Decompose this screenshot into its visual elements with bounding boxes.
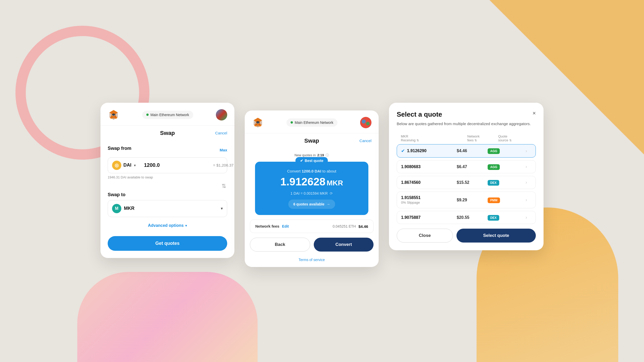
select-quote-description: Below are quotes gathered from multiple … bbox=[397, 121, 536, 127]
quote-amount-cell: ✔ 1.9126290 bbox=[401, 148, 457, 154]
card2-title-row: Swap Cancel bbox=[245, 133, 379, 148]
quote-amount-cell: 1.9158551 0% Slippage bbox=[401, 195, 457, 204]
to-chevron-icon: ▾ bbox=[221, 206, 223, 211]
svg-point-17 bbox=[113, 115, 113, 116]
selected-check-icon: ✔ bbox=[401, 148, 405, 154]
quote-source-cell: AGG bbox=[488, 149, 521, 153]
card2-header: Main Ethereum Network bbox=[245, 110, 379, 133]
quotes-available-label: 6 quotes available bbox=[293, 202, 325, 206]
max-button[interactable]: Max bbox=[220, 148, 227, 152]
quote-fee-value: $15.52 bbox=[457, 180, 488, 185]
exchange-rate-row: 1 DAI = 0.001594 MKR ⟳ bbox=[261, 191, 362, 195]
edit-fees-button[interactable]: Edit bbox=[282, 224, 289, 228]
advanced-options-chevron-icon: ▾ bbox=[185, 223, 187, 228]
quote-fee-value: $9.29 bbox=[457, 198, 488, 202]
quote-source-badge: DEX bbox=[488, 180, 499, 186]
token-from-selector[interactable]: ◎ DAI ▾ bbox=[112, 161, 136, 170]
convert-prefix: Convert bbox=[287, 169, 302, 173]
select-quote-actions: Close Select quote bbox=[397, 229, 536, 243]
quote-source-badge: AGG bbox=[488, 148, 500, 154]
refresh-rate-icon[interactable]: ⟳ bbox=[330, 191, 333, 195]
quote-source-badge: AGG bbox=[488, 164, 500, 170]
terms-of-service-link[interactable]: Terms of service bbox=[245, 258, 379, 262]
sort-fees-icon[interactable]: ⇅ bbox=[474, 139, 477, 142]
best-quote-label: Best quote bbox=[305, 159, 323, 163]
convert-button[interactable]: Convert bbox=[314, 238, 374, 252]
amount-input[interactable] bbox=[144, 162, 210, 168]
card2-actions: Back Convert bbox=[250, 238, 374, 252]
swap-from-row: Swap from Max bbox=[108, 146, 227, 154]
token-from-name: DAI bbox=[123, 162, 131, 168]
quote-row[interactable]: 1.9075887 $20.55 DEX › bbox=[397, 211, 536, 224]
close-button[interactable]: Close bbox=[397, 229, 453, 243]
quote-amount-value: 1.8674560 bbox=[401, 180, 421, 185]
svg-point-39 bbox=[362, 119, 366, 124]
quote-amount-value: 1.9158551 bbox=[401, 195, 421, 200]
select-quote-button[interactable]: Select quote bbox=[456, 229, 536, 243]
cancel-button-2[interactable]: Cancel bbox=[359, 139, 371, 143]
back-button[interactable]: Back bbox=[250, 238, 310, 252]
quote-row[interactable]: 1.9158551 0% Slippage $9.29 PMM › bbox=[397, 192, 536, 208]
quote-amount-value: 1.9075887 bbox=[401, 215, 421, 220]
fees-eth-amount: 0.045251 ETH bbox=[333, 224, 356, 228]
quote-source-cell: DEX bbox=[488, 180, 521, 185]
quote-fee-value: $20.55 bbox=[457, 215, 488, 220]
swap-to-label: Swap to bbox=[108, 192, 227, 197]
quote-source-cell: PMM bbox=[488, 198, 521, 202]
available-balance: 1946.31 DAI available to swap bbox=[108, 175, 227, 179]
quote-amount-value: 1.9126290 bbox=[407, 149, 427, 153]
quotes-timer: 2:19 bbox=[317, 153, 324, 157]
quote-row[interactable]: 1.9080683 $6.47 AGG › bbox=[397, 160, 536, 173]
network-badge-1[interactable]: Main Ethereum Network bbox=[142, 111, 193, 119]
usd-equivalent: = $1,206.37 bbox=[213, 163, 234, 167]
get-quotes-button[interactable]: Get quotes bbox=[108, 236, 227, 251]
arrow-right-icon: → bbox=[326, 202, 330, 206]
swap-input-container: ◎ DAI ▾ = $1,206.37 bbox=[108, 157, 227, 173]
cancel-button-1[interactable]: Cancel bbox=[215, 131, 227, 135]
quotes-available-button[interactable]: 6 quotes available → bbox=[288, 200, 335, 209]
network-fees-label: Network fees bbox=[255, 224, 279, 228]
quote-fee-value: $6.47 bbox=[457, 165, 488, 169]
quote-source-badge: PMM bbox=[488, 197, 500, 203]
quote-slippage: 0% Slippage bbox=[401, 201, 421, 204]
quote-row[interactable]: 1.8674560 $15.52 DEX › bbox=[397, 176, 536, 189]
token-to-selector[interactable]: M MKR ▾ bbox=[108, 200, 227, 217]
dai-token-icon: ◎ bbox=[112, 161, 121, 170]
quote-fee-value: $4.46 bbox=[457, 149, 488, 153]
card1-header: Main Ethereum Network bbox=[100, 103, 234, 126]
quote-amount-cell: 1.8674560 bbox=[401, 180, 457, 185]
swap-card-1: Main Ethereum Network Swap Cancel Swap f… bbox=[100, 103, 234, 258]
select-quote-header: Select a quote × bbox=[397, 110, 536, 118]
svg-point-40 bbox=[366, 122, 370, 125]
quote-row[interactable]: ✔ 1.9126290 $4.46 AGG › bbox=[397, 144, 536, 158]
advanced-options-label: Advanced options bbox=[148, 223, 184, 228]
advanced-options-row[interactable]: Advanced options ▾ bbox=[108, 223, 227, 228]
quote-row-chevron-icon: › bbox=[521, 180, 531, 185]
convert-description: Convert 1200.0 DAI to about bbox=[261, 169, 362, 173]
sort-receiving-icon[interactable]: ⇅ bbox=[417, 139, 419, 142]
best-quote-wrapper: ✔ Best quote Convert 1200.0 DAI to about… bbox=[250, 162, 374, 215]
select-quote-title: Select a quote bbox=[397, 110, 442, 118]
checkmark-icon: ✔ bbox=[300, 159, 303, 163]
swap-card-2: Main Ethereum Network Swap Cancel New qu… bbox=[245, 110, 379, 267]
card1-body: Swap from Max ◎ DAI ▾ = $1,206.37 1946.3… bbox=[100, 141, 234, 258]
quote-amount-cell: 1.9075887 bbox=[401, 215, 457, 220]
avatar-2 bbox=[360, 117, 371, 128]
network-badge-2[interactable]: Main Ethereum Network bbox=[286, 118, 337, 127]
swap-result-currency: MKR bbox=[327, 179, 343, 187]
close-modal-button[interactable]: × bbox=[532, 110, 536, 116]
swap-from-label: Swap from bbox=[108, 146, 131, 151]
svg-point-18 bbox=[114, 115, 115, 116]
network-fees-row: Network fees Edit 0.045251 ETH $4.46 bbox=[250, 220, 374, 233]
card1-title-row: Swap Cancel bbox=[100, 126, 234, 141]
token-to-name: MKR bbox=[124, 206, 218, 211]
card2-body: New quotes in 2:19 ⓘ ✔ Best quote Conver… bbox=[245, 148, 379, 262]
sort-source-icon[interactable]: ⇅ bbox=[509, 139, 512, 142]
convert-amount: 1200.0 DAI bbox=[302, 169, 321, 173]
col-source-header: Quotesource ⇅ bbox=[498, 134, 532, 142]
swap-arrows-icon[interactable]: ⇅ bbox=[222, 183, 226, 189]
svg-point-37 bbox=[258, 123, 259, 124]
token-chevron-icon: ▾ bbox=[134, 163, 136, 167]
timer-info-icon: ⓘ bbox=[326, 153, 329, 158]
bg-pink-shape bbox=[77, 272, 258, 362]
